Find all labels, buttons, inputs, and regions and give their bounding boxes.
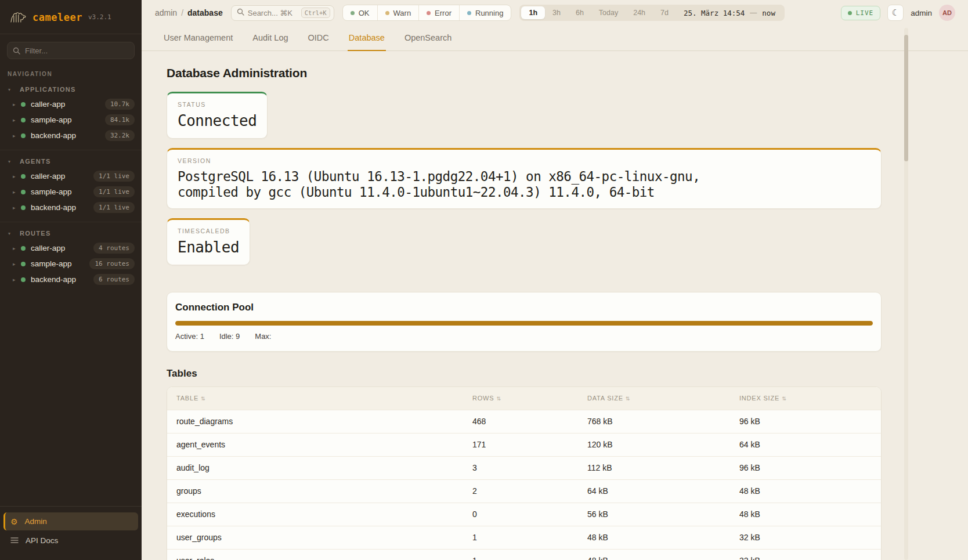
global-search[interactable]: Ctrl+K xyxy=(231,5,334,21)
cell-data-size: 48 kB xyxy=(578,526,730,549)
tab-database[interactable]: Database xyxy=(348,26,386,51)
cell-index-size: 32 kB xyxy=(730,526,881,549)
time-range-7d[interactable]: 7d xyxy=(653,6,676,19)
status-filter-running[interactable]: Running xyxy=(460,5,511,20)
time-range-today[interactable]: Today xyxy=(591,6,626,19)
sidebar: cameleer v3.2.1 NAVIGATION ▾APPLICATIONS… xyxy=(0,0,142,560)
breadcrumb-parent[interactable]: admin xyxy=(155,8,177,17)
sidebar-item-sample-app[interactable]: ▸sample-app16 routes xyxy=(0,256,142,272)
sidebar-footer: ⚙ Admin API Docs xyxy=(0,506,142,560)
time-range-separator: — xyxy=(750,9,757,17)
sidebar-section-header[interactable]: ▾AGENTS xyxy=(0,156,142,168)
time-range-3h[interactable]: 3h xyxy=(545,6,568,19)
cell-rows: 2 xyxy=(463,479,578,503)
tab-oidc[interactable]: OIDC xyxy=(307,26,330,51)
topbar: admin / database Ctrl+K OKWarnErrorRunni… xyxy=(142,0,968,26)
table-row[interactable]: agent_events171120 kB64 kB xyxy=(167,433,881,456)
pool-usage-bar xyxy=(175,321,873,326)
sidebar-section: ▾AGENTS▸caller-app1/1 live▸sample-app1/1… xyxy=(0,150,142,222)
cell-index-size: 96 kB xyxy=(730,456,881,479)
table-body: route_diagrams468768 kB96 kBagent_events… xyxy=(167,410,881,560)
content: Database Administration STATUS Connected… xyxy=(142,51,882,560)
scrollbar-track[interactable] xyxy=(904,28,908,560)
column-header-data-size[interactable]: DATA SIZE⇅ xyxy=(578,387,730,410)
chevron-right-icon: ▸ xyxy=(13,245,21,251)
table-row[interactable]: route_diagrams468768 kB96 kB xyxy=(167,410,881,433)
column-header-rows[interactable]: ROWS⇅ xyxy=(463,387,578,410)
filter-input[interactable] xyxy=(7,42,135,59)
status-dot-icon xyxy=(21,190,26,194)
sidebar-section-header[interactable]: ▾APPLICATIONS xyxy=(0,84,142,96)
cell-index-size: 32 kB xyxy=(730,549,881,560)
main-area: admin / database Ctrl+K OKWarnErrorRunni… xyxy=(142,0,968,560)
avatar[interactable]: AD xyxy=(939,5,955,21)
sidebar-item-sample-app[interactable]: ▸sample-app1/1 live xyxy=(0,184,142,200)
cell-rows: 1 xyxy=(463,549,578,560)
time-range-6h[interactable]: 6h xyxy=(568,6,591,19)
connection-pool-title: Connection Pool xyxy=(175,302,873,313)
column-header-table[interactable]: TABLE⇅ xyxy=(167,387,463,410)
app-logo[interactable]: cameleer v3.2.1 xyxy=(0,0,142,34)
pool-max-stat: Max: xyxy=(255,332,271,341)
live-indicator[interactable]: LIVE xyxy=(841,6,881,20)
camel-logo-icon xyxy=(9,9,27,26)
tab-audit-log[interactable]: Audit Log xyxy=(251,26,289,51)
gear-icon: ⚙ xyxy=(10,518,18,526)
item-badge: 32.2k xyxy=(105,130,135,141)
cell-data-size: 64 kB xyxy=(578,479,730,503)
tables-section-title: Tables xyxy=(167,368,882,380)
item-badge: 16 routes xyxy=(89,258,135,269)
sidebar-item-backend-app[interactable]: ▸backend-app6 routes xyxy=(0,272,142,287)
cell-rows: 3 xyxy=(463,456,578,479)
column-header-index-size[interactable]: INDEX SIZE⇅ xyxy=(730,387,881,410)
status-filter-group: OKWarnErrorRunning xyxy=(342,5,512,21)
sidebar-item-backend-app[interactable]: ▸backend-app1/1 live xyxy=(0,200,142,215)
sort-icon: ⇅ xyxy=(782,396,786,402)
table-row[interactable]: user_groups148 kB32 kB xyxy=(167,526,881,549)
sidebar-item-caller-app[interactable]: ▸caller-app1/1 live xyxy=(0,168,142,184)
time-range-display[interactable]: 25. März 14:54 — now xyxy=(676,9,783,17)
status-dot-icon xyxy=(467,11,471,15)
sidebar-item-backend-app[interactable]: ▸backend-app32.2k xyxy=(0,128,142,143)
column-header-label: TABLE xyxy=(176,395,198,402)
status-filter-warn[interactable]: Warn xyxy=(378,5,420,20)
timescaledb-card: TIMESCALEDB Enabled xyxy=(167,218,250,265)
tab-user-management[interactable]: User Management xyxy=(162,26,234,51)
version-value: PostgreSQL 16.13 (Ubuntu 16.13-1.pgdg22.… xyxy=(178,169,764,200)
cell-table-name: user_groups xyxy=(167,526,463,549)
table-row[interactable]: groups264 kB48 kB xyxy=(167,479,881,503)
connection-pool-card: Connection Pool Active: 1 Idle: 9 Max: xyxy=(167,292,882,352)
item-badge: 4 routes xyxy=(93,243,135,254)
table-row[interactable]: user_roles148 kB32 kB xyxy=(167,549,881,560)
status-filter-error[interactable]: Error xyxy=(419,5,460,20)
cell-table-name: audit_log xyxy=(167,456,463,479)
topbar-right: LIVE ☾ admin AD xyxy=(841,5,955,21)
breadcrumb-separator: / xyxy=(181,8,183,17)
sidebar-section-title: AGENTS xyxy=(20,158,51,165)
item-badge: 6 routes xyxy=(93,274,135,285)
navigation-label: NAVIGATION xyxy=(8,71,142,77)
status-filter-ok[interactable]: OK xyxy=(343,5,378,20)
cell-table-name: groups xyxy=(167,479,463,503)
table-row[interactable]: executions056 kB48 kB xyxy=(167,503,881,526)
version-card: VERSION PostgreSQL 16.13 (Ubuntu 16.13-1… xyxy=(167,148,882,209)
sidebar-item-caller-app[interactable]: ▸caller-app10.7k xyxy=(0,96,142,112)
tables-card: TABLE⇅ROWS⇅DATA SIZE⇅INDEX SIZE⇅ route_d… xyxy=(167,386,882,560)
sidebar-section-header[interactable]: ▾ROUTES xyxy=(0,227,142,240)
sidebar-item-admin[interactable]: ⚙ Admin xyxy=(3,512,138,530)
sidebar-item-api-docs[interactable]: API Docs xyxy=(3,532,138,550)
table-row[interactable]: audit_log3112 kB96 kB xyxy=(167,456,881,479)
sidebar-sections: ▾APPLICATIONS▸caller-app10.7k▸sample-app… xyxy=(0,78,142,294)
search-input[interactable] xyxy=(248,9,298,17)
cell-data-size: 112 kB xyxy=(578,456,730,479)
tab-opensearch[interactable]: OpenSearch xyxy=(403,26,453,51)
chevron-right-icon: ▸ xyxy=(13,277,21,283)
time-range-1h[interactable]: 1h xyxy=(521,6,545,19)
sidebar-item-caller-app[interactable]: ▸caller-app4 routes xyxy=(0,240,142,256)
theme-toggle-button[interactable]: ☾ xyxy=(887,5,904,21)
status-value: Connected xyxy=(178,112,257,129)
shortcut-badge: Ctrl+K xyxy=(301,8,330,18)
time-range-24h[interactable]: 24h xyxy=(626,6,653,19)
scrollbar-thumb[interactable] xyxy=(904,35,908,161)
sidebar-item-sample-app[interactable]: ▸sample-app84.1k xyxy=(0,112,142,128)
